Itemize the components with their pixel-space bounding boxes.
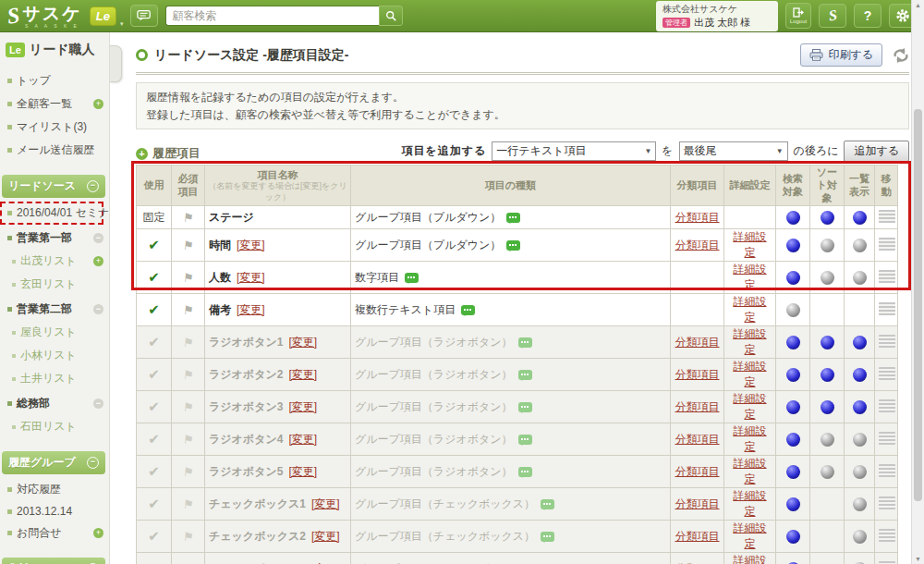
sidebar-item[interactable]: お問合せ xyxy=(0,521,109,545)
sidebar-item[interactable]: トップ xyxy=(0,69,109,92)
detail-settings-link[interactable]: 詳細設定 xyxy=(734,263,767,291)
search-button[interactable] xyxy=(379,6,403,26)
change-link[interactable]: [変更] xyxy=(288,433,317,446)
use-toggle[interactable]: ✔ xyxy=(148,334,160,349)
required-flag-icon[interactable]: ⚑ xyxy=(182,497,194,511)
sort-target-toggle[interactable] xyxy=(821,239,834,252)
sidebar-item[interactable]: 2016/04/01 セミナー xyxy=(0,202,103,225)
refresh-button[interactable] xyxy=(893,48,909,63)
required-flag-icon[interactable]: ⚑ xyxy=(182,271,194,285)
search-target-toggle[interactable] xyxy=(786,336,800,349)
category-link[interactable]: 分類項目 xyxy=(675,530,720,543)
search-target-toggle[interactable] xyxy=(786,368,800,382)
use-toggle[interactable]: ✔ xyxy=(148,528,160,544)
search-target-toggle[interactable] xyxy=(786,211,800,225)
search-target-toggle[interactable] xyxy=(786,465,800,479)
use-toggle[interactable]: ✔ xyxy=(148,431,160,447)
expand-toggle-icon[interactable] xyxy=(93,528,103,538)
scroll-down-icon[interactable]: ▼ xyxy=(912,556,924,562)
use-toggle[interactable]: ✔ xyxy=(148,463,160,479)
drag-handle[interactable] xyxy=(879,238,895,251)
sort-target-toggle[interactable] xyxy=(821,336,834,349)
list-display-toggle[interactable] xyxy=(853,465,867,479)
change-link[interactable]: [変更] xyxy=(237,271,265,284)
sidebar-item[interactable]: 土井リスト xyxy=(0,367,109,390)
change-link[interactable]: [変更] xyxy=(288,336,317,349)
add-item-button[interactable]: 追加する xyxy=(844,141,909,162)
search-target-toggle[interactable] xyxy=(786,271,800,285)
drag-handle[interactable] xyxy=(879,399,895,412)
detail-settings-link[interactable]: 詳細設定 xyxy=(734,327,767,356)
drag-handle[interactable] xyxy=(879,497,895,509)
expand-toggle-icon[interactable] xyxy=(87,180,99,192)
use-toggle[interactable]: ✔ xyxy=(148,269,160,285)
search-target-toggle[interactable] xyxy=(786,400,800,414)
sort-target-toggle[interactable] xyxy=(821,465,834,479)
expand-toggle-icon[interactable] xyxy=(87,457,99,469)
drag-handle[interactable] xyxy=(879,367,895,380)
search-target-toggle[interactable] xyxy=(786,497,800,511)
category-link[interactable]: 分類項目 xyxy=(675,465,720,478)
drag-handle[interactable] xyxy=(879,335,895,348)
detail-settings-link[interactable]: 詳細設定 xyxy=(734,295,767,324)
sidebar-item[interactable]: 対応履歴 xyxy=(0,478,109,501)
change-link[interactable]: [変更] xyxy=(311,497,340,510)
search-input[interactable] xyxy=(165,6,379,26)
sidebar-item[interactable]: 総務部 xyxy=(0,392,109,415)
category-link[interactable]: 分類項目 xyxy=(675,433,720,446)
sidebar-item[interactable]: 履歴グループ xyxy=(2,451,105,474)
category-link[interactable]: 分類項目 xyxy=(675,400,720,413)
scrollbar-thumb[interactable] xyxy=(914,109,922,501)
help-button[interactable]: ? xyxy=(854,4,881,28)
sidebar-collapse-handle[interactable] xyxy=(110,45,122,82)
drag-handle[interactable] xyxy=(879,302,895,315)
use-toggle[interactable]: ✔ xyxy=(148,237,160,252)
sidebar-item[interactable]: 全顧客一覧 xyxy=(0,92,109,116)
expand-toggle-icon[interactable] xyxy=(93,398,103,409)
required-flag-icon[interactable]: ⚑ xyxy=(182,530,194,544)
scroll-up-icon[interactable]: ▲ xyxy=(912,2,924,8)
sort-target-toggle[interactable] xyxy=(821,271,834,285)
use-toggle[interactable]: ✔ xyxy=(148,366,160,382)
required-flag-icon[interactable]: ⚑ xyxy=(182,211,194,225)
search-target-toggle[interactable] xyxy=(786,239,800,252)
print-button[interactable]: 印刷する xyxy=(800,43,882,67)
list-display-toggle[interactable] xyxy=(853,497,867,511)
list-display-toggle[interactable] xyxy=(853,271,867,285)
logout-button[interactable]: Logout xyxy=(785,3,811,29)
required-flag-icon[interactable]: ⚑ xyxy=(182,433,194,447)
list-display-toggle[interactable] xyxy=(853,211,867,225)
required-flag-icon[interactable]: ⚑ xyxy=(182,465,194,479)
sort-target-toggle[interactable] xyxy=(821,368,834,382)
expand-toggle-icon[interactable] xyxy=(93,99,103,109)
sidebar-item[interactable]: 石田リスト xyxy=(0,415,109,438)
list-display-toggle[interactable] xyxy=(853,530,867,544)
change-link[interactable]: [変更] xyxy=(288,400,317,413)
sidebar-item[interactable]: 集計 xyxy=(2,558,105,564)
sort-target-toggle[interactable] xyxy=(821,400,834,414)
drag-handle[interactable] xyxy=(879,529,895,542)
use-toggle[interactable]: ✔ xyxy=(148,398,160,414)
app-logo[interactable]: S サスケ S A A S K E xyxy=(7,4,82,29)
sidebar-item[interactable]: 営業第二部 xyxy=(0,298,109,321)
use-toggle[interactable]: ✔ xyxy=(148,301,160,317)
chat-button[interactable] xyxy=(130,5,158,27)
detail-settings-link[interactable]: 詳細設定 xyxy=(734,457,767,485)
list-display-toggle[interactable] xyxy=(853,368,867,382)
sidebar-item[interactable]: 玄田リスト xyxy=(0,273,109,296)
category-link[interactable]: 分類項目 xyxy=(675,497,720,510)
use-toggle[interactable]: ✔ xyxy=(148,496,160,511)
change-link[interactable]: [変更] xyxy=(237,303,265,316)
drag-handle[interactable] xyxy=(879,210,895,223)
category-link[interactable]: 分類項目 xyxy=(675,336,720,349)
expand-toggle-icon[interactable] xyxy=(93,256,103,266)
sidebar-item[interactable]: 出茂リスト xyxy=(0,250,109,273)
position-select[interactable]: 最後尾 ▼ xyxy=(679,141,788,161)
sidebar-item[interactable]: 2013.12.14 xyxy=(0,501,109,521)
search-target-toggle[interactable] xyxy=(786,530,800,544)
change-link[interactable]: [変更] xyxy=(288,368,317,381)
category-link[interactable]: 分類項目 xyxy=(675,368,720,381)
search-target-toggle[interactable] xyxy=(786,433,800,447)
list-display-toggle[interactable] xyxy=(853,336,867,349)
expand-toggle-icon[interactable] xyxy=(93,233,103,243)
